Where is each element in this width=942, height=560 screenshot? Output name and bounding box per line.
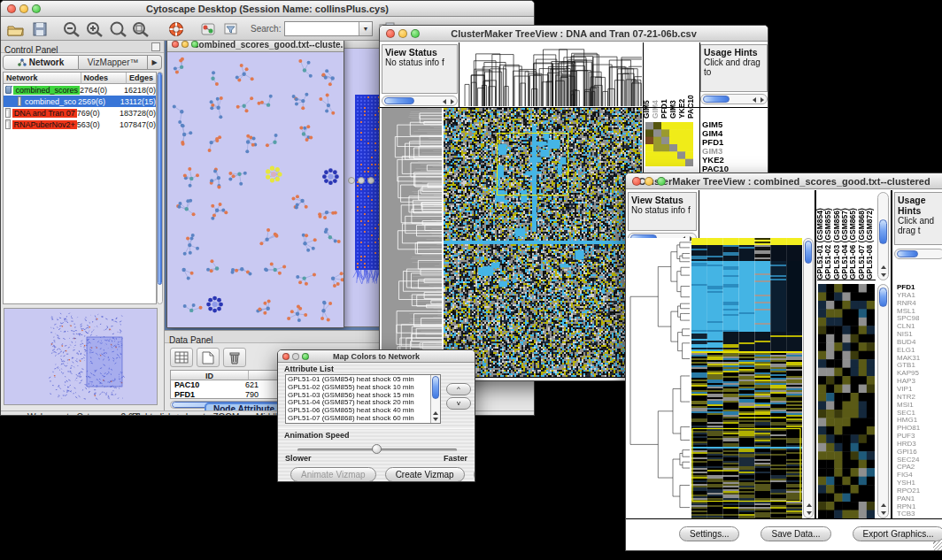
tab-network[interactable]: Network: [3, 55, 79, 70]
scroll-up-icon[interactable]: [881, 265, 886, 269]
zoom-out-icon[interactable]: [61, 19, 82, 39]
minimize-button[interactable]: [645, 177, 653, 186]
network-list-scrollbar[interactable]: [157, 72, 163, 304]
scroll-left-icon[interactable]: [753, 97, 756, 103]
network-table-row[interactable]: RNAPuberNov2+563(0)107847(0): [4, 119, 156, 130]
open-session-icon[interactable]: [4, 19, 26, 39]
close-button[interactable]: [632, 177, 641, 186]
scroll-up-icon[interactable]: [433, 411, 438, 415]
scroll-right-icon[interactable]: [451, 99, 454, 104]
scroll-down-icon[interactable]: [433, 418, 438, 421]
move-attribute-up-button[interactable]: ^: [446, 383, 471, 395]
tv1-right-hscrollbar[interactable]: [700, 94, 768, 104]
search-input[interactable]: [286, 23, 359, 35]
zoom-selected-icon[interactable]: [107, 19, 128, 39]
treeview2-titlebar[interactable]: ClusterMaker TreeView : combined_scores_…: [626, 173, 942, 189]
minimize-button[interactable]: [19, 4, 28, 13]
tv1-left-hscrollbar[interactable]: [382, 96, 458, 106]
main-titlebar[interactable]: Cytoscape Desktop (Session Name: collins…: [1, 1, 534, 17]
annotation-icon[interactable]: [220, 19, 242, 39]
close-button[interactable]: [348, 177, 355, 184]
network-nodes-count: 2764(0): [80, 86, 124, 95]
search-dropdown-arrow-icon[interactable]: ▼: [359, 22, 372, 35]
network-table-row[interactable]: combined_sco2569(6)13112(15): [4, 96, 156, 107]
network-view-window[interactable]: combined_scores_good.txt--cluste...: [166, 41, 344, 328]
tv2-heatmap-canvas[interactable]: [691, 238, 802, 518]
zoom-window-button[interactable]: [367, 177, 374, 184]
minimize-button[interactable]: [398, 29, 407, 38]
settings-button[interactable]: Settings...: [679, 526, 739, 541]
id-column-header[interactable]: ID: [171, 371, 249, 380]
scroll-down-icon[interactable]: [881, 511, 886, 515]
delete-attribute-trash-icon[interactable]: [223, 348, 246, 367]
network-table-row[interactable]: DNA and Tran 07769(0)183728(0): [4, 107, 156, 119]
save-data-button[interactable]: Save Data...: [761, 526, 830, 541]
zoom-fit-icon[interactable]: [130, 19, 151, 39]
treeview1-titlebar[interactable]: ClusterMaker TreeView : DNA and Tran 07-…: [380, 26, 768, 42]
tv2-mini-vscrollbar[interactable]: [877, 284, 889, 518]
close-button[interactable]: [282, 353, 290, 360]
zoom-window-button[interactable]: [191, 41, 198, 48]
done-button[interactable]: Done: [474, 467, 475, 482]
minimize-button[interactable]: [358, 177, 365, 184]
tv2-mini-heatmap-canvas[interactable]: [818, 284, 875, 518]
tv1-row-dendrogram-canvas[interactable]: [382, 108, 442, 377]
animate-vizmap-button[interactable]: Animate Vizmap: [290, 467, 376, 482]
dialog-titlebar[interactable]: Map Colors to Network: [278, 350, 475, 363]
network-table-row[interactable]: combined_scores2764(0)16218(0): [4, 84, 156, 96]
close-button[interactable]: [172, 41, 179, 48]
edges-column-header[interactable]: Edges: [127, 73, 156, 84]
tv1-col-dendrogram-canvas[interactable]: [460, 44, 642, 106]
network-overview-panel[interactable]: [4, 308, 158, 405]
scroll-up-icon[interactable]: [881, 503, 886, 507]
tv2-labels-vscrollbar[interactable]: [877, 192, 889, 280]
nodes-column-header[interactable]: Nodes: [81, 73, 127, 84]
tab-vizmapper[interactable]: VizMapper™: [79, 55, 148, 70]
dialog-title: Map Colors to Network: [333, 352, 420, 361]
scroll-up-icon[interactable]: [807, 503, 812, 507]
minimize-button[interactable]: [292, 353, 299, 360]
tv1-mini-heatmap-canvas[interactable]: [645, 122, 693, 166]
folder-icon: [5, 86, 12, 94]
select-attributes-icon[interactable]: [170, 348, 193, 367]
slider-thumb[interactable]: [372, 444, 382, 454]
scroll-down-icon[interactable]: [807, 511, 812, 515]
tv2-row-dendrogram-canvas[interactable]: [628, 238, 690, 518]
attribute-list[interactable]: GPL51-01 (GSM854) heat shock 05 minGPL51…: [285, 374, 441, 424]
scroll-right-icon[interactable]: [761, 97, 764, 103]
column-label: GPL51-06 (GSM865): [849, 208, 857, 280]
search-combo[interactable]: ▼: [284, 21, 373, 36]
float-panel-icon[interactable]: [151, 42, 160, 51]
move-attribute-down-button[interactable]: v: [446, 397, 471, 410]
scroll-left-icon[interactable]: [443, 99, 446, 104]
attribute-list-item[interactable]: GPL51-07 (GSM868) heat shock 60 min: [288, 415, 438, 423]
help-lifesaver-icon[interactable]: [166, 19, 187, 39]
network-column-header[interactable]: Network: [4, 73, 81, 84]
export-graphics-button[interactable]: Export Graphics...: [853, 526, 942, 541]
new-attribute-icon[interactable]: [197, 348, 220, 367]
attribute-list-vscrollbar[interactable]: [430, 375, 440, 423]
minimize-button[interactable]: [181, 41, 189, 48]
tab-overflow-arrow-icon[interactable]: ▶: [148, 55, 162, 70]
tv1-heatmap-canvas[interactable]: [444, 108, 642, 377]
tv2-right-hscrollbar[interactable]: [894, 249, 942, 259]
tv2-main-vscrollbar[interactable]: [803, 238, 814, 518]
zoom-window-button[interactable]: [657, 177, 666, 186]
create-vizmap-button[interactable]: Create Vizmap: [385, 467, 465, 482]
close-button[interactable]: [386, 29, 395, 38]
vizmapper-node-icon[interactable]: [197, 19, 219, 39]
resize-grip[interactable]: [933, 541, 942, 551]
zoom-in-icon[interactable]: [84, 19, 105, 39]
network-canvas[interactable]: [167, 52, 344, 327]
close-button[interactable]: [7, 4, 16, 13]
save-session-icon[interactable]: [29, 19, 50, 39]
zoom-window-button[interactable]: [302, 353, 309, 360]
animation-speed-slider[interactable]: [297, 445, 457, 454]
zoom-window-button[interactable]: [411, 29, 420, 38]
scroll-down-icon[interactable]: [881, 273, 886, 277]
document-icon: [18, 96, 21, 106]
zoom-window-button[interactable]: [32, 4, 41, 13]
map-colors-dialog: Map Colors to Network Attribute List GPL…: [277, 349, 475, 482]
birdseye-canvas[interactable]: [4, 309, 157, 404]
tv1-view-status-panel: View Status No status info f: [382, 44, 458, 94]
